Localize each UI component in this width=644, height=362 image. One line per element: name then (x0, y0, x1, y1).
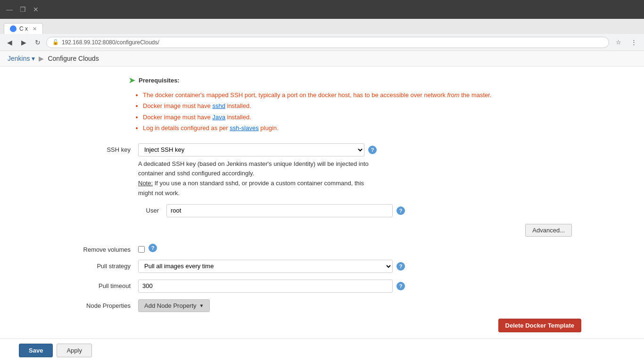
add-node-property-label: Add Node Property (144, 302, 197, 309)
advanced-button[interactable]: Advanced... (525, 224, 572, 237)
save-button[interactable]: Save (19, 344, 53, 357)
breadcrumb-current: Configure Clouds (48, 55, 99, 62)
breadcrumb-separator: ▶ (39, 55, 44, 62)
pull-timeout-help-icon[interactable]: ? (396, 282, 405, 290)
ssh-key-help-icon[interactable]: ? (368, 146, 377, 154)
ssh-key-info: A dedicated SSH key (based on Jenkins ma… (138, 159, 374, 198)
delete-docker-template-button[interactable]: Delete Docker Template (498, 319, 581, 332)
prereq-item-3: Docker image must have Java installed. (143, 112, 610, 123)
url-text: 192.168.99.102:8080/configureClouds/ (62, 39, 159, 46)
browser-nav: ◀ ▶ ↻ 🔓 192.168.99.102:8080/configureClo… (0, 34, 644, 51)
refresh-btn[interactable]: ↻ (32, 37, 43, 48)
maximize-btn[interactable]: ❐ (17, 4, 28, 15)
jenkins-home-link[interactable]: Jenkins ▾ (8, 55, 35, 62)
ssh-key-row: SSH key Inject SSH key ? A dedicated SSH… (34, 143, 610, 217)
ssh-key-label: SSH key (34, 143, 138, 153)
pull-timeout-label: Pull timeout (34, 280, 138, 289)
pull-strategy-row: Pull strategy Pull all images every time… (34, 260, 610, 273)
ssh-key-info-text2: Note: If you use a non standard sshd, or… (138, 179, 374, 198)
remove-volumes-label: Remove volumes (34, 243, 138, 253)
address-bar[interactable]: 🔓 192.168.99.102:8080/configureClouds/ (46, 37, 609, 48)
active-tab[interactable]: C x ✕ (4, 23, 43, 34)
browser-tabs: C x ✕ (0, 19, 644, 34)
node-properties-row: Node Properties Add Node Property ▼ (34, 299, 610, 312)
content-area[interactable]: ➤ Prerequisites: The docker container's … (0, 66, 644, 338)
tab-favicon (10, 25, 17, 32)
remove-volumes-help-icon[interactable]: ? (149, 244, 157, 252)
advanced-row: Advanced... (34, 224, 572, 237)
user-row: User root ? (138, 204, 610, 217)
pull-strategy-label: Pull strategy (34, 260, 138, 270)
prereq-item-4: Log in details configured as per ssh-sla… (143, 123, 610, 133)
back-btn[interactable]: ◀ (4, 37, 15, 48)
menu-btn[interactable]: ⋮ (627, 36, 640, 49)
jenkins-dropdown-icon: ▾ (32, 55, 35, 62)
ssh-key-info-text1: A dedicated SSH key (based on Jenkins ma… (138, 159, 374, 179)
tab-title: C x (19, 25, 28, 32)
minimize-btn[interactable]: — (4, 4, 15, 15)
prereq-item-1: The docker container's mapped SSH port, … (143, 90, 610, 100)
prerequisites-heading: Prerequisites: (139, 77, 180, 84)
pull-timeout-input[interactable]: 300 (138, 280, 393, 293)
bookmarks-btn[interactable]: ☆ (612, 36, 625, 49)
browser-chrome: — ❐ ✕ (0, 0, 644, 19)
ssh-slaves-link[interactable]: ssh-slaves (230, 124, 258, 132)
delete-row: Delete Docker Template (34, 319, 581, 332)
forward-btn[interactable]: ▶ (18, 37, 29, 48)
user-label: User (138, 204, 166, 214)
close-btn[interactable]: ✕ (30, 4, 41, 15)
add-node-property-button[interactable]: Add Node Property ▼ (138, 299, 210, 312)
pull-timeout-row: Pull timeout 300 ? (34, 280, 610, 293)
lock-icon: 🔓 (52, 39, 59, 45)
node-properties-label: Node Properties (34, 299, 138, 309)
prerequisites-section: ➤ Prerequisites: The docker container's … (129, 76, 610, 134)
sshd-link-1[interactable]: sshd (212, 102, 225, 109)
ssh-key-select[interactable]: Inject SSH key (138, 143, 364, 156)
remove-volumes-checkbox[interactable] (138, 246, 145, 253)
jenkins-label: Jenkins (8, 55, 30, 62)
bottom-bar: Save Apply (0, 338, 644, 362)
top-bar: Jenkins ▾ ▶ Configure Clouds (0, 51, 644, 66)
user-help-icon[interactable]: ? (396, 206, 405, 215)
page-wrapper: Jenkins ▾ ▶ Configure Clouds ➤ Prerequis… (0, 51, 644, 362)
arrow-icon: ➤ (129, 76, 135, 85)
pull-strategy-select[interactable]: Pull all images every time Pull once and… (138, 260, 393, 273)
prerequisites-list: The docker container's mapped SSH port, … (129, 90, 610, 134)
nav-actions: ☆ ⋮ (612, 36, 640, 49)
pull-strategy-help-icon[interactable]: ? (396, 262, 405, 271)
add-node-property-dropdown-icon: ▼ (199, 303, 204, 308)
tab-close-icon[interactable]: ✕ (33, 26, 37, 32)
remove-volumes-row: Remove volumes ? (34, 243, 610, 253)
user-input[interactable]: root (166, 204, 393, 217)
ssh-key-controls: Inject SSH key ? A dedicated SSH key (ba… (138, 143, 610, 217)
prerequisites-title: ➤ Prerequisites: (129, 76, 610, 85)
prereq-item-2: Docker image must have sshd installed. (143, 100, 610, 111)
apply-button[interactable]: Apply (57, 344, 92, 357)
main-content: ➤ Prerequisites: The docker container's … (16, 76, 628, 338)
java-link[interactable]: Java (212, 114, 225, 121)
